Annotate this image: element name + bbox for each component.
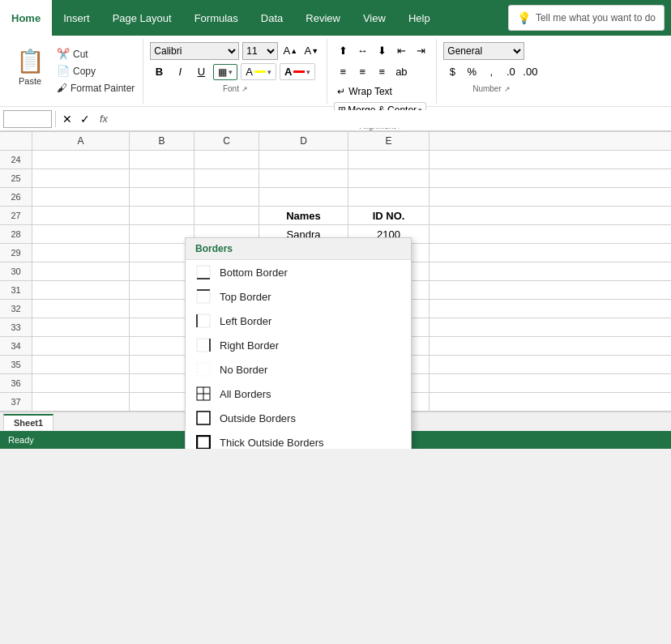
cell-a26[interactable] <box>32 188 130 206</box>
cell-c26[interactable] <box>194 188 259 206</box>
decrease-font-button[interactable]: A▼ <box>302 42 320 60</box>
cell-a28[interactable] <box>32 225 130 243</box>
format-painter-button[interactable]: 🖌 Format Painter <box>53 80 138 96</box>
col-header-d[interactable]: D <box>259 132 348 150</box>
cancel-formula-button[interactable]: ✕ <box>59 111 75 127</box>
wrap-text-label: Wrap Text <box>348 86 392 97</box>
confirm-formula-button[interactable]: ✓ <box>77 111 93 127</box>
insert-function-button[interactable]: fx <box>96 113 111 125</box>
bottom-border-item[interactable]: Bottom Border <box>186 260 411 284</box>
top-border-item[interactable]: Top Border <box>186 284 411 309</box>
left-border-label: Left Border <box>220 315 401 327</box>
cell-e27[interactable]: ID NO. <box>348 207 430 224</box>
tab-page-layout[interactable]: Page Layout <box>101 0 183 36</box>
name-box[interactable] <box>3 110 52 128</box>
col-header-b[interactable]: B <box>130 132 194 150</box>
col-header-e[interactable]: E <box>348 132 430 150</box>
wrap-text-button[interactable]: ↵ Wrap Text <box>334 84 395 99</box>
bold-button[interactable]: B <box>150 63 168 81</box>
cell-b27[interactable] <box>130 207 194 224</box>
fill-color-chevron[interactable]: ▾ <box>267 68 271 76</box>
align-right-button[interactable]: ≡ <box>373 63 391 81</box>
align-middle-button[interactable]: ↔ <box>353 42 371 60</box>
cell-a27[interactable] <box>32 207 130 224</box>
number-dialog-launcher[interactable]: ↗ <box>504 85 511 93</box>
align-bottom-button[interactable]: ⬇ <box>373 42 391 60</box>
tab-data[interactable]: Data <box>250 0 294 36</box>
cell-a30[interactable] <box>32 262 130 280</box>
font-color-button[interactable]: A ▾ <box>280 63 315 80</box>
right-border-item[interactable]: Right Border <box>186 333 411 357</box>
cell-c25[interactable] <box>194 169 259 187</box>
cell-a31[interactable] <box>32 281 130 299</box>
sheet-tab-1[interactable]: Sheet1 <box>3 414 53 430</box>
cell-a34[interactable] <box>32 337 130 355</box>
percent-button[interactable]: % <box>463 63 481 81</box>
cell-a25[interactable] <box>32 169 130 187</box>
font-size-select[interactable]: 11 <box>242 42 278 60</box>
left-border-item[interactable]: Left Border <box>186 309 411 333</box>
cell-c27[interactable] <box>194 207 259 224</box>
font-name-select[interactable]: Calibri <box>150 42 239 60</box>
orientation-button[interactable]: ab <box>392 63 410 81</box>
cell-d27[interactable]: Names <box>259 207 348 224</box>
cell-b26[interactable] <box>130 188 194 206</box>
no-border-item[interactable]: No Border <box>186 357 411 382</box>
cell-e25[interactable] <box>348 169 430 187</box>
fill-color-button[interactable]: A ▾ <box>241 63 276 80</box>
increase-indent-button[interactable]: ⇥ <box>412 42 430 60</box>
cell-a36[interactable] <box>32 374 130 392</box>
cut-button[interactable]: ✂️ Cut <box>53 46 138 62</box>
tab-review[interactable]: Review <box>294 0 352 36</box>
accounting-button[interactable]: $ <box>443 63 461 81</box>
comma-button[interactable]: , <box>482 63 500 81</box>
outside-borders-item[interactable]: Outside Borders <box>186 406 411 430</box>
cut-icon: ✂️ <box>57 48 70 60</box>
increase-decimal-button[interactable]: .00 <box>521 63 539 81</box>
tab-view[interactable]: View <box>352 0 397 36</box>
decrease-indent-button[interactable]: ⇤ <box>392 42 410 60</box>
cell-c24[interactable] <box>194 151 259 168</box>
bottom-border-label: Bottom Border <box>220 267 401 279</box>
cell-e24[interactable] <box>348 151 430 168</box>
number-format-select[interactable]: General <box>443 42 524 60</box>
cell-b24[interactable] <box>130 151 194 168</box>
font-dialog-launcher[interactable]: ↗ <box>241 85 248 93</box>
cell-a37[interactable] <box>32 393 130 411</box>
clipboard-group: 📋 Paste ✂️ Cut 📄 Copy 🖌 Format Painter <box>5 39 143 104</box>
alignment-group: ⬆ ↔ ⬇ ⇤ ⇥ ≡ ≡ ≡ ab ↵ Wrap Text ⊞ <box>327 39 437 104</box>
font-color-chevron[interactable]: ▾ <box>306 68 310 76</box>
top-border-icon <box>195 288 212 305</box>
cell-a24[interactable] <box>32 151 130 168</box>
align-top-button[interactable]: ⬆ <box>334 42 352 60</box>
copy-button[interactable]: 📄 Copy <box>53 63 138 79</box>
formula-input[interactable] <box>114 110 668 128</box>
underline-button[interactable]: U <box>192 63 210 81</box>
tab-home[interactable]: Home <box>0 0 52 36</box>
cell-e26[interactable] <box>348 188 430 206</box>
tab-insert[interactable]: Insert <box>52 0 101 36</box>
col-header-c[interactable]: C <box>194 132 259 150</box>
tab-formulas[interactable]: Formulas <box>183 0 250 36</box>
thick-outside-borders-item[interactable]: Thick Outside Borders <box>186 430 411 449</box>
cell-a29[interactable] <box>32 244 130 262</box>
cell-a35[interactable] <box>32 356 130 373</box>
align-center-button[interactable]: ≡ <box>353 63 371 81</box>
col-header-a[interactable]: A <box>32 132 130 150</box>
cell-a33[interactable] <box>32 318 130 336</box>
cell-d26[interactable] <box>259 188 348 206</box>
all-borders-item[interactable]: All Borders <box>186 382 411 406</box>
align-left-button[interactable]: ≡ <box>334 63 352 81</box>
cell-d25[interactable] <box>259 169 348 187</box>
borders-dropdown-chevron[interactable]: ▾ <box>229 68 233 76</box>
increase-font-button[interactable]: A▲ <box>281 42 299 60</box>
italic-button[interactable]: I <box>171 63 189 81</box>
decrease-decimal-button[interactable]: .0 <box>502 63 519 81</box>
borders-button[interactable]: ▦ ▾ <box>213 64 237 80</box>
cell-b25[interactable] <box>130 169 194 187</box>
tell-me-box[interactable]: 💡 Tell me what you want to do <box>508 5 665 31</box>
cell-a32[interactable] <box>32 300 130 318</box>
cell-d24[interactable] <box>259 151 348 168</box>
tab-help[interactable]: Help <box>397 0 442 36</box>
paste-button[interactable]: 📋 Paste <box>10 39 50 96</box>
